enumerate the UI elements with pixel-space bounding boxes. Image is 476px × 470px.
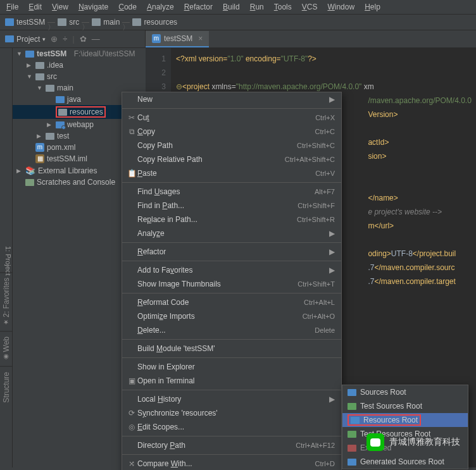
menu-edit[interactable]: Edit: [25, 1, 46, 13]
menu-item-find-usages[interactable]: Find UsagesAlt+F7: [122, 185, 341, 199]
maven-icon: m: [152, 34, 161, 43]
menu-tools[interactable]: Tools: [270, 1, 296, 13]
gear-icon[interactable]: ✿: [80, 34, 87, 44]
menu-item-add-to-favorites[interactable]: Add to Favorites▶: [122, 263, 341, 277]
menu-item-find-in-path-[interactable]: Find in Path...Ctrl+Shift+F: [122, 199, 341, 213]
menu-item-compare-with-[interactable]: ⤨Compare With...Ctrl+D: [122, 457, 341, 470]
toolbar-row: Project▾ ⊕ ÷ | ✿ — m testSSM ×: [0, 30, 476, 48]
folder-icon: [58, 18, 66, 26]
menu-run[interactable]: Run: [246, 1, 268, 13]
project-view-button[interactable]: Project▾: [5, 35, 46, 44]
menu-item-show-image-thumbnails[interactable]: Show Image ThumbnailsCtrl+Shift+T: [122, 277, 341, 291]
submenu-test-sources-root[interactable]: Test Sources Root: [342, 399, 468, 413]
menu-item-analyze[interactable]: Analyze▶: [122, 226, 341, 240]
sidetab-web[interactable]: ◉ Web: [0, 331, 13, 366]
project-toolbar: Project▾ ⊕ ÷ | ✿ —: [0, 30, 146, 47]
menu-item-copy-path[interactable]: Copy PathCtrl+Shift+C: [122, 139, 341, 152]
close-icon[interactable]: ×: [198, 34, 203, 43]
menu-item-paste[interactable]: 📋PasteCtrl+V: [122, 166, 341, 180]
menu-item-reformat-code[interactable]: Reformat CodeCtrl+Alt+L: [122, 295, 341, 309]
collapse-icon[interactable]: ÷: [63, 34, 67, 44]
menu-item-replace-in-path-[interactable]: Replace in Path...Ctrl+Shift+R: [122, 213, 341, 226]
menu-help[interactable]: Help: [361, 1, 384, 13]
menu-item-optimize-imports[interactable]: Optimize ImportsCtrl+Alt+O: [122, 309, 341, 323]
menu-navigate[interactable]: Navigate: [75, 1, 112, 13]
crumb[interactable]: src: [69, 18, 79, 27]
menu-item-new[interactable]: New▶: [122, 92, 341, 106]
menu-item-refactor[interactable]: Refactor▶: [122, 245, 341, 259]
tab-testssm[interactable]: m testSSM ×: [146, 31, 209, 47]
menu-item-directory-path[interactable]: Directory PathCtrl+Alt+F12: [122, 438, 341, 452]
context-menu: New▶✂CutCtrl+X⧉CopyCtrl+CCopy PathCtrl+S…: [122, 92, 342, 470]
project-icon: [5, 18, 14, 26]
menu-item-show-in-explorer[interactable]: Show in Explorer: [122, 360, 341, 374]
submenu-generated-sources-root[interactable]: Generated Sources Root: [342, 455, 468, 469]
menu-item-cut[interactable]: ✂CutCtrl+X: [122, 111, 341, 125]
folder-icon: [92, 18, 101, 26]
tree-root[interactable]: ▼testSSM F:\idealU\testSSM: [13, 48, 146, 59]
tree-node-idea[interactable]: ▶.idea: [13, 59, 146, 71]
menu-bar: FileEditViewNavigateCodeAnalyzeRefactorB…: [0, 0, 476, 15]
menu-analyze[interactable]: Analyze: [143, 1, 178, 13]
tab-label: testSSM: [164, 34, 192, 43]
menu-item-build-module-testssm-[interactable]: Build Module 'testSSM': [122, 342, 341, 356]
chevron-right-icon: 〉: [47, 22, 55, 23]
menu-view[interactable]: View: [48, 1, 72, 13]
wechat-text: 青城博雅教育科技: [389, 436, 460, 448]
breadcrumb: testSSM〉 src〉 main〉 resources: [0, 15, 476, 30]
menu-refactor[interactable]: Refactor: [180, 1, 216, 13]
crumb[interactable]: testSSM: [16, 18, 45, 27]
crumb[interactable]: main: [103, 18, 120, 27]
sidetab-structure[interactable]: Structure: [0, 366, 13, 408]
menu-item-open-in-terminal[interactable]: ▣Open in Terminal: [122, 374, 341, 388]
menu-item-delete-[interactable]: Delete...Delete: [122, 323, 341, 337]
menu-code[interactable]: Code: [115, 1, 141, 13]
menu-item-copy-relative-path[interactable]: Copy Relative PathCtrl+Alt+Shift+C: [122, 152, 341, 166]
hide-icon[interactable]: —: [92, 34, 100, 44]
wechat-icon: [366, 433, 384, 451]
menu-vcs[interactable]: VCS: [298, 1, 322, 13]
menu-build[interactable]: Build: [219, 1, 244, 13]
menu-item-local-history[interactable]: Local History▶: [122, 392, 341, 406]
menu-item-synchronize-resources-[interactable]: ⟳Synchronize 'resources': [122, 406, 341, 420]
submenu-resources-root[interactable]: Resources Root: [342, 413, 468, 427]
editor-tabs: m testSSM ×: [146, 30, 209, 47]
menu-file[interactable]: File: [3, 1, 22, 13]
sidetab-favorites[interactable]: ★ 2: Favorites: [0, 272, 13, 331]
menu-item-copy[interactable]: ⧉CopyCtrl+C: [122, 125, 341, 139]
side-tabs: ★ 2: Favorites ◉ Web Structure: [0, 272, 13, 407]
tree-node-src[interactable]: ▼src: [13, 71, 146, 82]
wechat-watermark: 青城博雅教育科技: [366, 433, 460, 451]
target-icon[interactable]: ⊕: [51, 34, 58, 44]
menu-item-edit-scopes-[interactable]: ◎Edit Scopes...: [122, 420, 341, 434]
crumb[interactable]: resources: [144, 18, 177, 27]
folder-icon: [132, 18, 141, 26]
mark-directory-submenu: Sources RootTest Sources RootResources R…: [342, 385, 468, 469]
menu-window[interactable]: Window: [323, 1, 358, 13]
submenu-sources-root[interactable]: Sources Root: [342, 385, 468, 399]
